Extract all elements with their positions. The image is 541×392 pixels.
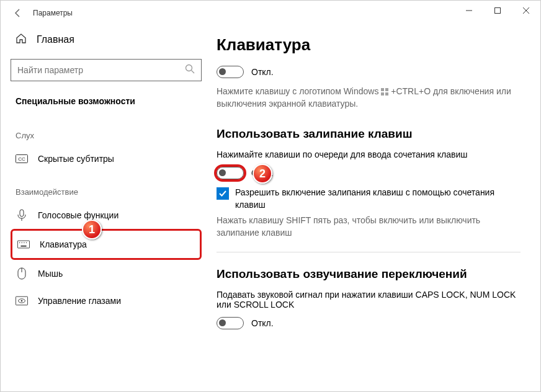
onscreen-keyboard-help: Нажмите клавишу с логотипом Windows +CTR… bbox=[217, 86, 521, 110]
keyboard-icon bbox=[17, 238, 30, 251]
sticky-keys-toggle[interactable] bbox=[217, 167, 244, 179]
onscreen-keyboard-toggle[interactable] bbox=[217, 66, 244, 78]
annotation-badge-1: 1 bbox=[82, 220, 102, 239]
search-input[interactable] bbox=[17, 65, 185, 75]
search-icon bbox=[185, 64, 195, 76]
home-icon bbox=[16, 33, 27, 47]
mic-icon bbox=[16, 209, 28, 221]
content-container: Главная Специальные возможности Слух CC … bbox=[1, 25, 540, 391]
svg-line-5 bbox=[192, 71, 195, 74]
close-button[interactable] bbox=[512, 1, 540, 20]
sidebar-item-label: Скрытые субтитры bbox=[38, 154, 114, 164]
windows-key-icon bbox=[381, 88, 388, 96]
home-label: Главная bbox=[37, 34, 74, 45]
svg-point-14 bbox=[26, 243, 27, 243]
svg-point-11 bbox=[19, 243, 20, 243]
sidebar-item-mouse[interactable]: Мышь bbox=[11, 260, 202, 287]
svg-rect-15 bbox=[20, 246, 26, 247]
annotation-badge-2: 2 bbox=[253, 164, 272, 184]
toggle-keys-toggle-row: Откл. bbox=[217, 317, 521, 329]
svg-point-20 bbox=[21, 300, 23, 302]
svg-point-4 bbox=[186, 65, 192, 71]
svg-rect-1 bbox=[495, 8, 501, 14]
group-label-interaction: Взаимодействие bbox=[11, 172, 202, 202]
window-title: Параметры bbox=[33, 9, 73, 17]
home-nav-item[interactable]: Главная bbox=[11, 25, 202, 54]
checkbox-label: Разрешить включение залипания клавиш с п… bbox=[235, 187, 521, 211]
sticky-keys-desc: Нажимайте клавиши по очереди для ввода с… bbox=[217, 149, 521, 159]
group-label-hearing: Слух bbox=[11, 116, 202, 145]
svg-rect-10 bbox=[17, 241, 29, 248]
onscreen-keyboard-toggle-row: Откл. bbox=[217, 66, 521, 78]
svg-text:CC: CC bbox=[18, 156, 25, 162]
sidebar-main-section: Специальные возможности bbox=[11, 86, 202, 116]
toggle-keys-title: Использовать озвучивание переключений bbox=[217, 267, 521, 281]
sidebar-item-label: Голосовые функции bbox=[38, 210, 118, 220]
sticky-keys-title: Использовать залипание клавиш bbox=[217, 127, 521, 141]
sidebar-item-subtitles[interactable]: CC Скрытые субтитры bbox=[11, 145, 202, 172]
sidebar-item-voice[interactable]: Голосовые функции bbox=[11, 202, 202, 229]
sidebar-item-label: Мышь bbox=[38, 269, 63, 278]
maximize-button[interactable] bbox=[483, 1, 512, 20]
window-controls bbox=[455, 1, 540, 20]
svg-point-13 bbox=[24, 243, 24, 243]
sidebar-item-label: Управление глазами bbox=[38, 296, 121, 306]
sidebar-item-eye[interactable]: Управление глазами bbox=[11, 287, 202, 314]
sidebar-item-keyboard[interactable]: 1 Клавиатура bbox=[11, 229, 202, 260]
eye-control-icon bbox=[16, 295, 28, 307]
sidebar-item-label: Клавиатура bbox=[40, 239, 87, 249]
titlebar: Параметры bbox=[1, 1, 540, 25]
toggle-keys-desc: Подавать звуковой сигнал при нажатии кла… bbox=[217, 290, 521, 310]
sticky-shortcut-help: Нажать клавишу SHIFT пять раз, чтобы вкл… bbox=[217, 215, 521, 239]
minimize-button[interactable] bbox=[455, 1, 483, 20]
sticky-shortcut-checkbox[interactable] bbox=[217, 187, 229, 200]
sticky-keys-toggle-row: Откл. 2 bbox=[217, 167, 521, 179]
search-box[interactable] bbox=[11, 59, 202, 81]
sidebar: Главная Специальные возможности Слух CC … bbox=[1, 25, 212, 391]
svg-rect-8 bbox=[20, 210, 24, 216]
sticky-shortcut-checkbox-row: Разрешить включение залипания клавиш с п… bbox=[217, 187, 521, 211]
toggle-state-label: Откл. bbox=[251, 67, 274, 77]
toggle-state-label: Откл. bbox=[251, 318, 274, 328]
svg-point-12 bbox=[22, 243, 22, 243]
divider bbox=[217, 252, 521, 252]
mouse-icon bbox=[16, 267, 28, 280]
main-content: Клавиатура Откл. Нажмите клавишу с логот… bbox=[212, 25, 540, 391]
back-button[interactable] bbox=[11, 6, 25, 20]
toggle-keys-toggle[interactable] bbox=[217, 317, 244, 329]
cc-icon: CC bbox=[16, 153, 28, 165]
page-title: Клавиатура bbox=[217, 35, 521, 55]
